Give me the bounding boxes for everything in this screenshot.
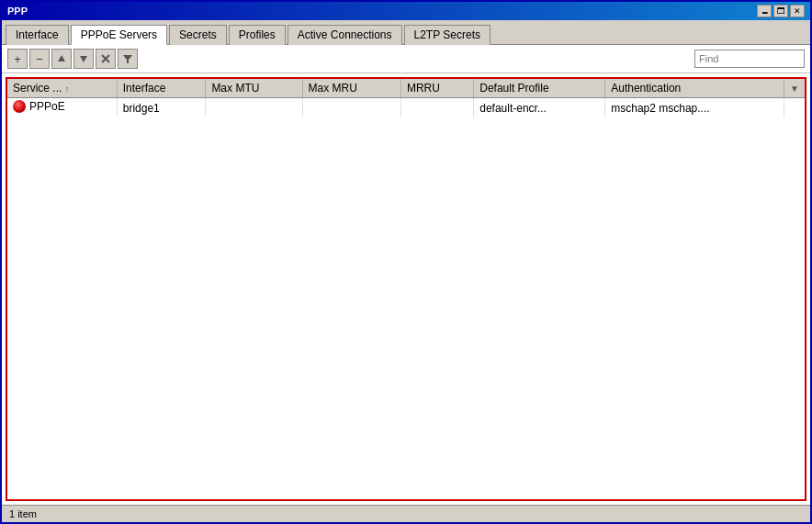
- tab-profiles[interactable]: Profiles: [229, 25, 286, 45]
- down-button[interactable]: [73, 49, 94, 69]
- up-icon: [57, 54, 66, 63]
- col-header-service[interactable]: Service ... ↑: [7, 79, 117, 98]
- col-header-mrru[interactable]: MRRU: [400, 79, 473, 98]
- maximize-button[interactable]: 🗖: [773, 5, 788, 17]
- tab-pppoe-servers[interactable]: PPPoE Servers: [71, 25, 167, 45]
- cell-default-profile-value: default-encr...: [479, 102, 547, 115]
- cell-max-mru: [302, 98, 400, 118]
- col-header-max-mru[interactable]: Max MRU: [302, 79, 400, 98]
- main-window: PPP 🗕 🗖 ✕ Interface PPPoE Servers Secret…: [0, 0, 812, 524]
- down-icon: [79, 54, 88, 63]
- row-icon-group: PPPoE: [13, 100, 65, 113]
- cell-authentication: mschap2 mschap....: [605, 98, 784, 118]
- minimize-button[interactable]: 🗕: [757, 5, 772, 17]
- cell-default-profile: default-encr...: [474, 98, 605, 118]
- svg-marker-4: [123, 55, 132, 63]
- col-header-authentication[interactable]: Authentication: [605, 79, 784, 98]
- filter-button[interactable]: [118, 49, 138, 69]
- window-controls: 🗕 🗖 ✕: [757, 5, 805, 17]
- filter-icon: [122, 53, 133, 64]
- window-title: PPP: [7, 6, 28, 17]
- col-header-expand[interactable]: ▼: [784, 79, 805, 98]
- table-row[interactable]: PPPoE bridge1: [7, 98, 805, 118]
- data-table: Service ... ↑ Interface Max MTU Max MRU …: [7, 79, 805, 117]
- cross-icon: [101, 54, 110, 63]
- cell-mrru: [400, 98, 473, 118]
- remove-button[interactable]: −: [29, 49, 50, 69]
- cell-max-mtu: [206, 98, 302, 118]
- title-bar: PPP 🗕 🗖 ✕: [2, 2, 810, 20]
- pppoe-icon: [13, 100, 26, 113]
- search-input[interactable]: [694, 50, 805, 68]
- col-header-max-mtu[interactable]: Max MTU: [206, 79, 302, 98]
- col-header-interface[interactable]: Interface: [117, 79, 206, 98]
- close-button[interactable]: ✕: [790, 5, 805, 17]
- column-expand-icon: ▼: [790, 84, 799, 94]
- tab-l2tp-secrets[interactable]: L2TP Secrets: [404, 25, 491, 45]
- svg-marker-1: [80, 56, 87, 62]
- col-max-mtu-label: Max MTU: [211, 82, 259, 95]
- up-button[interactable]: [51, 49, 72, 69]
- tab-secrets[interactable]: Secrets: [169, 25, 227, 45]
- col-mrru-label: MRRU: [407, 82, 440, 95]
- cross-button[interactable]: [96, 49, 116, 69]
- tab-active-connections[interactable]: Active Connections: [288, 25, 402, 45]
- cell-interface-value: bridge1: [123, 102, 160, 115]
- cell-authentication-value: mschap2 mschap....: [611, 102, 709, 115]
- col-interface-label: Interface: [123, 82, 166, 95]
- tab-interface[interactable]: Interface: [6, 25, 69, 45]
- cell-service: PPPoE: [7, 98, 117, 118]
- cell-interface: bridge1: [117, 98, 206, 118]
- col-max-mru-label: Max MRU: [309, 82, 357, 95]
- table-container: Service ... ↑ Interface Max MTU Max MRU …: [6, 77, 806, 501]
- status-text: 1 item: [9, 508, 37, 519]
- col-header-default-profile[interactable]: Default Profile: [474, 79, 605, 98]
- sort-icon: ↑: [65, 84, 70, 94]
- col-service-label: Service ...: [13, 82, 62, 95]
- search-area: [694, 50, 805, 68]
- cell-expand: [784, 98, 805, 118]
- col-authentication-label: Authentication: [611, 82, 681, 95]
- table-header-row: Service ... ↑ Interface Max MTU Max MRU …: [7, 79, 805, 98]
- toolbar: + −: [2, 45, 810, 73]
- svg-marker-0: [58, 55, 65, 61]
- col-default-profile-label: Default Profile: [479, 82, 548, 95]
- add-button[interactable]: +: [7, 49, 28, 69]
- tab-bar: Interface PPPoE Servers Secrets Profiles…: [2, 20, 810, 45]
- status-bar: 1 item: [2, 505, 810, 522]
- cell-service-value: PPPoE: [29, 100, 65, 113]
